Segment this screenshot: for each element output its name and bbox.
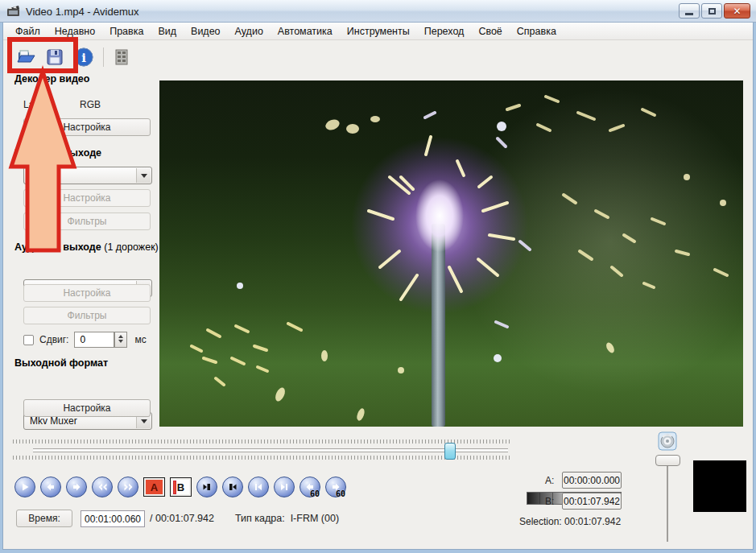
set-marker-b-button[interactable]: B [170, 477, 192, 497]
timeline-ticks-top [13, 440, 510, 444]
muxer-value: Mkv Muxer [30, 415, 77, 427]
marker-b-time-field[interactable] [562, 493, 622, 510]
current-time-input[interactable] [81, 510, 145, 527]
volume-slider-track[interactable] [667, 466, 668, 542]
video-output-section-title: Видео на выходе [14, 147, 101, 159]
menu-audio[interactable]: Аудио [228, 23, 271, 39]
decoder-option-rgb[interactable]: RGB [80, 99, 101, 110]
audio-shift-value: 0 [80, 334, 85, 345]
marker-b-label: B: [545, 496, 554, 507]
svg-text:i: i [81, 51, 86, 65]
video-codec-dropdown[interactable]: Copy [23, 167, 152, 184]
menu-edit[interactable]: Правка [102, 23, 151, 39]
total-duration-value: 00:01:07.942 [155, 513, 214, 524]
time-button[interactable]: Время: [16, 510, 72, 527]
marker-a-label: A: [545, 475, 554, 486]
avidemux-app-icon [6, 4, 21, 19]
video-properties-icon [112, 47, 131, 67]
decoder-configure-button[interactable]: Настройка [23, 118, 151, 136]
menu-auto[interactable]: Автоматика [271, 23, 340, 39]
menu-video[interactable]: Видео [184, 23, 228, 39]
previous-frame-button[interactable] [40, 477, 61, 497]
menu-file[interactable]: Файл [8, 23, 48, 39]
menu-view[interactable]: Вид [151, 23, 184, 39]
minimize-icon [685, 13, 693, 15]
menu-bar: Файл Недавно Правка Вид Видео Аудио Авто… [3, 23, 753, 40]
timeline-track[interactable] [33, 448, 508, 452]
previous-keyframe-button[interactable] [92, 477, 113, 497]
menu-recent[interactable]: Недавно [48, 23, 102, 39]
close-icon: ✕ [733, 6, 741, 17]
audio-shift-label: Сдвиг: [39, 334, 68, 345]
volume-slider-handle[interactable] [655, 455, 680, 466]
title-bar: Video 1.mp4 - Avidemux ✕ [0, 0, 756, 23]
arrow-right-icon [72, 482, 81, 492]
black-frame-right-icon [228, 482, 238, 492]
save-file-button[interactable] [43, 46, 66, 68]
menu-tools[interactable]: Инструменты [340, 23, 417, 39]
marker-a-time-field[interactable] [562, 472, 622, 489]
skip-to-start-icon [254, 482, 263, 492]
volume-speaker-icon[interactable] [658, 431, 677, 451]
muxer-configure-button[interactable]: Настройка [23, 399, 151, 417]
skip-to-end-icon [279, 482, 289, 492]
video-properties-button[interactable] [110, 46, 133, 68]
information-button[interactable]: i [72, 46, 95, 68]
audio-filters-button: Фильтры [23, 307, 151, 324]
window-client-area: Файл Недавно Правка Вид Видео Аудио Авто… [2, 23, 754, 550]
save-file-icon [44, 47, 65, 68]
arrow-left-icon [46, 482, 56, 492]
selection-duration-value: 00:01:07.942 [564, 516, 621, 527]
timeline-ticks-bottom [13, 456, 510, 460]
video-filters-button: Фильтры [23, 213, 151, 230]
audio-tracks-count: (1 дорожек) [104, 241, 159, 253]
decoder-option-lavc[interactable]: Lavc [23, 99, 43, 110]
sparkler-image [159, 80, 743, 427]
video-preview-frame [159, 80, 743, 427]
sixty-label: 60 [336, 489, 345, 498]
video-configure-button: Настройка [23, 189, 151, 207]
maximize-icon [708, 8, 716, 14]
window-title: Video 1.mp4 - Avidemux [26, 6, 138, 18]
output-format-section-title: Выходной формат [14, 357, 108, 369]
audio-shift-checkbox[interactable] [23, 335, 34, 345]
next-black-frame-button[interactable] [222, 477, 243, 497]
menu-custom[interactable]: Своё [471, 23, 509, 39]
close-button[interactable]: ✕ [724, 3, 750, 19]
next-keyframe-button[interactable] [118, 477, 138, 497]
next-frame-button[interactable] [66, 477, 87, 497]
double-chevron-right-icon [123, 482, 134, 492]
spinner-arrows-icon[interactable] [114, 332, 127, 348]
frame-type-text: Тип кадра: I-FRM (00) [235, 513, 339, 524]
audio-shift-unit: мс [134, 334, 146, 345]
selection-duration-text: Selection: 00:01:07.942 [519, 516, 621, 527]
sixty-label: 60 [310, 489, 320, 498]
first-frame-button[interactable] [248, 477, 269, 497]
audio-configure-button: Настройка [23, 284, 151, 302]
decoder-section-title: Декодер видео [14, 73, 89, 85]
video-codec-value: Copy [30, 170, 52, 181]
black-frame-left-icon [202, 482, 212, 492]
set-marker-a-button[interactable]: A [143, 477, 165, 497]
double-chevron-left-icon [97, 482, 108, 492]
previous-black-frame-button[interactable] [196, 477, 217, 497]
menu-help[interactable]: Справка [510, 23, 564, 39]
back-60-seconds-button[interactable]: 60 [300, 477, 320, 497]
forward-60-seconds-button[interactable]: 60 [325, 477, 346, 497]
text-cursor-icon [173, 481, 176, 494]
maximize-button[interactable] [701, 3, 722, 19]
frame-type-label: Тип кадра: [235, 513, 285, 524]
audio-shift-row: Сдвиг: 0 мс [23, 332, 147, 348]
last-frame-button[interactable] [274, 477, 295, 497]
timeline-slider-handle[interactable] [444, 443, 456, 460]
open-file-button[interactable] [14, 46, 37, 68]
main-toolbar: i [3, 40, 753, 74]
menu-go[interactable]: Переход [417, 23, 472, 39]
mini-preview-box [693, 460, 746, 512]
play-button[interactable] [14, 477, 35, 497]
open-file-icon [15, 47, 36, 68]
transport-controls: A B 60 60 [14, 477, 346, 497]
minimize-button[interactable] [679, 3, 700, 19]
chevron-down-icon [136, 168, 151, 183]
audio-shift-spinner[interactable]: 0 [74, 332, 114, 348]
